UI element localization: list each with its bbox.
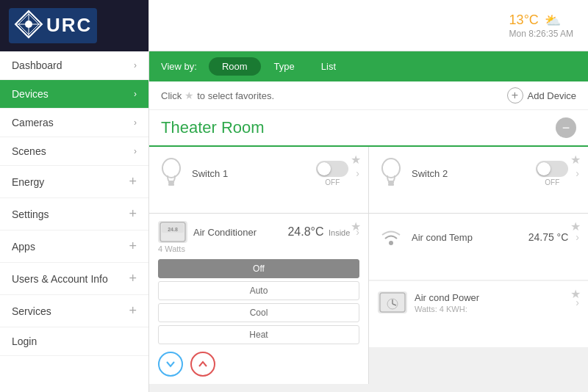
device-grid: ★ Switch 1 bbox=[149, 147, 588, 384]
ac-temp-value: 24.8°C Inside bbox=[287, 225, 350, 239]
sidebar-item-scenes[interactable]: Scenes › bbox=[0, 137, 148, 166]
sidebar-navigation: Dashboard › Devices › Cameras › Scenes ›… bbox=[0, 51, 148, 392]
switch2-state: OFF bbox=[545, 178, 559, 186]
ac-power-label: Air cond Power bbox=[415, 292, 568, 303]
sidebar-item-services[interactable]: Services + bbox=[0, 295, 148, 327]
sidebar-item-login[interactable]: Login bbox=[0, 327, 148, 356]
room-header: Theater Room − bbox=[149, 110, 588, 147]
ac-top: 24.8 Air Conditioner 24.8°C Inside › bbox=[158, 221, 359, 243]
switch2-label: Switch 2 bbox=[412, 168, 528, 179]
ac-power-info: Air cond Power Watts: 4 KWH: bbox=[415, 292, 568, 313]
favorite-star-icon[interactable]: ★ bbox=[351, 153, 361, 167]
power-meter-icon bbox=[378, 291, 407, 313]
logo-box: URC bbox=[9, 8, 97, 43]
sidebar-item-settings[interactable]: Settings + bbox=[0, 198, 148, 231]
ac-watts: 4 Watts bbox=[158, 244, 359, 253]
sidebar-item-label: Scenes bbox=[12, 145, 46, 157]
ac-heat-button[interactable]: Heat bbox=[158, 325, 359, 344]
favorite-star-icon[interactable]: ★ bbox=[570, 153, 581, 167]
switch1-toggle[interactable] bbox=[316, 161, 348, 177]
weather-info: 13°C ⛅ Mon 8:26:35 AM bbox=[509, 12, 573, 39]
switch2-toggle[interactable] bbox=[536, 161, 568, 177]
device-card-ac-temp: ★ Air cond Temp 24.75 °C bbox=[369, 214, 588, 280]
switch2-content: Switch 2 OFF › bbox=[378, 157, 579, 189]
light-bulb-svg bbox=[380, 158, 402, 189]
view-list-button[interactable]: List bbox=[308, 57, 349, 76]
sidebar-item-label: Login bbox=[12, 335, 37, 347]
chevron-right-icon: › bbox=[134, 146, 137, 156]
svg-text:URC: URC bbox=[46, 14, 92, 36]
sidebar-item-apps[interactable]: Apps + bbox=[0, 231, 148, 263]
svg-rect-8 bbox=[168, 184, 174, 186]
sidebar-item-label: Devices bbox=[12, 88, 49, 100]
toggle-knob bbox=[537, 162, 551, 175]
wifi-svg bbox=[378, 224, 404, 250]
ac-power-content: Air cond Power Watts: 4 KWH: › bbox=[378, 291, 579, 313]
plus-icon: + bbox=[129, 174, 137, 189]
sidebar-item-devices[interactable]: Devices › bbox=[0, 80, 148, 109]
view-type-button[interactable]: Type bbox=[261, 57, 308, 76]
sidebar-item-cameras[interactable]: Cameras › bbox=[0, 109, 148, 137]
chevron-up-icon bbox=[198, 359, 208, 369]
plus-icon: + bbox=[129, 239, 137, 254]
sidebar-item-label: Energy bbox=[12, 176, 44, 188]
favorites-hint: Click ★ to select favorites. bbox=[161, 89, 274, 102]
chevron-right-icon: › bbox=[134, 117, 137, 128]
device-card-ac: ★ 24.8 Air Conditioner 24.8°C Inside bbox=[149, 214, 368, 384]
ac-auto-button[interactable]: Auto bbox=[158, 281, 359, 300]
light-bulb-svg bbox=[160, 158, 182, 189]
sidebar-item-label: Users & Account Info bbox=[12, 273, 108, 285]
chevron-down-icon bbox=[165, 359, 176, 369]
ac-temp-label: Air cond Temp bbox=[412, 232, 521, 243]
ac-arrows bbox=[158, 352, 359, 377]
sidebar: URC Dashboard › Devices › Cameras › Scen… bbox=[0, 0, 149, 392]
meter-svg bbox=[379, 292, 406, 313]
device-detail-chevron[interactable]: › bbox=[356, 167, 359, 179]
ac-temp-reading: 24.75 °C bbox=[528, 231, 569, 243]
device-detail-chevron[interactable]: › bbox=[576, 167, 579, 179]
sidebar-item-label: Services bbox=[12, 305, 51, 317]
svg-point-9 bbox=[382, 159, 400, 178]
favorite-star-icon[interactable]: ★ bbox=[570, 219, 581, 233]
favorite-star-icon[interactable]: ★ bbox=[570, 287, 581, 301]
svg-point-16 bbox=[389, 241, 393, 245]
sidebar-item-label: Apps bbox=[12, 241, 35, 253]
chevron-right-icon: › bbox=[134, 89, 137, 99]
collapse-room-button[interactable]: − bbox=[556, 117, 576, 138]
devices-area: Click ★ to select favorites. + Add Devic… bbox=[149, 81, 588, 392]
view-room-button[interactable]: Room bbox=[209, 57, 261, 76]
weather-icon: ⛅ bbox=[545, 12, 561, 29]
ac-controls: Off Auto Cool Heat bbox=[158, 259, 359, 344]
sidebar-item-label: Cameras bbox=[12, 117, 54, 128]
device-card-switch1: ★ Switch 1 bbox=[149, 147, 368, 213]
weather-temp: 13°C ⛅ bbox=[509, 12, 573, 29]
svg-line-20 bbox=[392, 304, 396, 305]
svg-rect-15 bbox=[162, 235, 184, 239]
sidebar-item-users[interactable]: Users & Account Info + bbox=[0, 263, 148, 295]
ac-off-button[interactable]: Off bbox=[158, 259, 359, 278]
favorite-star-icon[interactable]: ★ bbox=[351, 219, 361, 233]
switch1-toggle-wrap: OFF bbox=[316, 161, 348, 186]
wifi-icon bbox=[378, 224, 404, 250]
switch2-toggle-wrap: OFF bbox=[536, 161, 568, 186]
favorites-bar: Click ★ to select favorites. + Add Devic… bbox=[149, 81, 588, 110]
sidebar-item-label: Dashboard bbox=[12, 59, 62, 71]
temp-increase-button[interactable] bbox=[190, 352, 215, 377]
switch1-state: OFF bbox=[325, 178, 340, 186]
star-icon: ★ bbox=[184, 90, 194, 101]
switch1-content: Switch 1 OFF › bbox=[158, 157, 359, 189]
sidebar-item-label: Settings bbox=[12, 208, 49, 220]
add-device-button[interactable]: + Add Device bbox=[507, 87, 576, 104]
sidebar-item-dashboard[interactable]: Dashboard › bbox=[0, 51, 148, 80]
room-title: Theater Room bbox=[161, 118, 265, 137]
ac-icon: 24.8 bbox=[158, 221, 187, 243]
toggle-knob bbox=[318, 162, 331, 175]
svg-point-6 bbox=[162, 159, 180, 178]
temp-decrease-button[interactable] bbox=[158, 352, 183, 377]
device-card-ac-power: ★ Air cond Power Watts: bbox=[369, 281, 588, 347]
svg-rect-11 bbox=[388, 184, 394, 186]
switch1-label: Switch 1 bbox=[192, 168, 309, 179]
ac-cool-button[interactable]: Cool bbox=[158, 303, 359, 322]
plus-icon: + bbox=[129, 303, 137, 319]
sidebar-item-energy[interactable]: Energy + bbox=[0, 166, 148, 198]
